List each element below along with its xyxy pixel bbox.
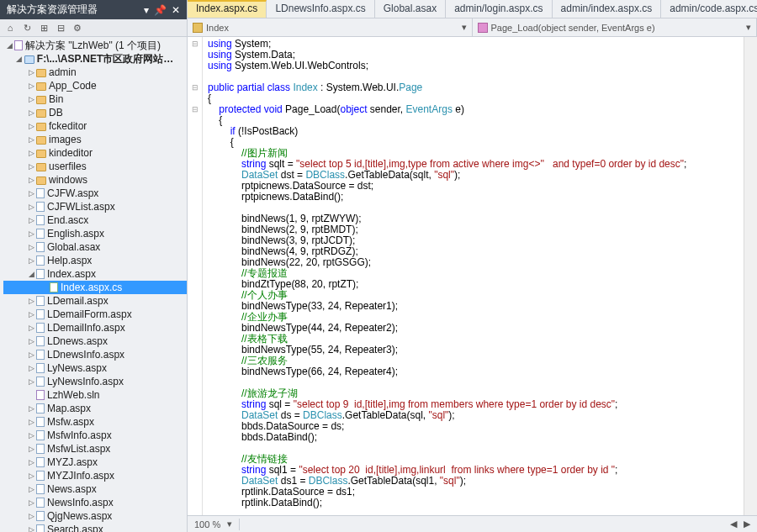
tree-item[interactable]: ▷Msfw.aspx <box>3 415 187 429</box>
code-content[interactable]: using System; using System.Data; using S… <box>203 37 744 515</box>
tree-item[interactable]: ▷fckeditor <box>3 119 187 133</box>
document-tab[interactable]: admin/index.aspx.cs <box>553 0 662 18</box>
document-tab[interactable]: LDnewsInfo.aspx.cs <box>267 0 374 18</box>
expander-icon[interactable]: ▷ <box>27 525 35 532</box>
tree-item[interactable]: ▷Global.asax <box>3 240 187 254</box>
refresh-icon[interactable]: ↻ <box>20 21 34 34</box>
expander-icon[interactable]: ▷ <box>27 256 35 265</box>
expander-icon[interactable]: ▷ <box>27 122 35 130</box>
expander-icon[interactable]: ▷ <box>27 189 35 198</box>
show-all-icon[interactable]: ⊞ <box>37 21 50 34</box>
tree-item[interactable]: ▷CJFW.aspx <box>3 187 187 200</box>
tree-item[interactable]: ▷CJFWList.aspx <box>3 200 187 213</box>
expander-icon[interactable]: ▷ <box>27 216 35 224</box>
tree-label: DB <box>49 107 63 119</box>
tree-item[interactable]: LzhWeb.sln <box>3 388 187 402</box>
expander-icon[interactable]: ▷ <box>27 364 35 372</box>
document-tab[interactable]: Global.asax <box>375 0 446 18</box>
document-tab[interactable]: admin/code.aspx.cs <box>661 0 757 18</box>
tree-item[interactable]: ▷LyNews.aspx <box>3 361 187 375</box>
expander-icon[interactable]: ▷ <box>27 68 35 76</box>
tree-item[interactable]: ▷userfiles <box>3 160 187 173</box>
tree-item[interactable]: ▷admin <box>3 66 187 79</box>
tree-item[interactable]: Index.aspx.cs <box>3 281 187 294</box>
expander-icon[interactable]: ▷ <box>27 445 35 453</box>
pin-icon[interactable]: 📌 <box>154 4 167 16</box>
zoom-level[interactable]: 100 % <box>194 519 220 529</box>
close-icon[interactable]: ✕ <box>172 4 180 16</box>
expander-icon[interactable]: ▷ <box>27 229 35 238</box>
expander-icon[interactable]: ▷ <box>27 135 35 144</box>
expander-icon[interactable]: ◢ <box>15 55 24 63</box>
tree-item[interactable]: ▷windows <box>3 173 187 187</box>
tree-item[interactable]: ◢Index.aspx <box>3 267 187 281</box>
tree-item[interactable]: ▷English.aspx <box>3 227 187 240</box>
tree-item[interactable]: ▷Bin <box>3 92 187 106</box>
solution-root[interactable]: ◢ 解决方案 "LzhWeb" (1 个项目) <box>3 39 187 52</box>
tree-item[interactable]: ▷News.aspx <box>3 482 187 496</box>
type-dropdown[interactable]: Index ▾ <box>188 18 473 36</box>
expander-icon[interactable]: ▷ <box>27 337 35 345</box>
document-tabs: Index.aspx.csLDnewsInfo.aspx.csGlobal.as… <box>188 0 757 18</box>
expander-icon[interactable]: ▷ <box>27 418 35 426</box>
expander-icon[interactable]: ▷ <box>27 82 35 90</box>
tree-item[interactable]: ▷Search.aspx <box>3 523 187 532</box>
project-root[interactable]: ◢ F:\...\ASP.NET市区政府网站源码\ <box>3 52 187 66</box>
dropdown-icon[interactable]: ▾ <box>144 4 149 16</box>
tree-item[interactable]: ▷Map.aspx <box>3 402 187 415</box>
tree-item[interactable]: ▷LyNewsInfo.aspx <box>3 375 187 388</box>
tree-item[interactable]: ▷LDemailForm.aspx <box>3 308 187 321</box>
tree-item[interactable]: ▷kindeditor <box>3 146 187 160</box>
expander-icon[interactable]: ▷ <box>27 243 35 251</box>
chevron-down-icon[interactable]: ▾ <box>227 519 232 529</box>
expander-icon[interactable]: ▷ <box>27 162 35 171</box>
code-editor[interactable]: ⊟⊟⊟ using System; using System.Data; usi… <box>188 37 757 515</box>
expander-icon[interactable]: ▷ <box>27 498 35 507</box>
tree-item[interactable]: ▷App_Code <box>3 79 187 92</box>
tree-item[interactable]: ▷MYZJInfo.aspx <box>3 469 187 482</box>
expander-icon[interactable]: ▷ <box>27 95 35 103</box>
tree-item[interactable]: ▷QjgNews.aspx <box>3 509 187 523</box>
expander-icon[interactable]: ◢ <box>5 41 13 50</box>
outline-gutter[interactable]: ⊟⊟⊟ <box>188 37 203 515</box>
tree-item[interactable]: ▷LDnewsInfo.aspx <box>3 348 187 361</box>
tree-item[interactable]: ▷MYZJ.aspx <box>3 456 187 469</box>
expander-icon[interactable]: ▷ <box>27 297 35 305</box>
tree-label: English.aspx <box>47 228 104 240</box>
tree-item[interactable]: ▷MsfwList.aspx <box>3 442 187 456</box>
tree-item[interactable]: ▷NewsInfo.aspx <box>3 496 187 509</box>
collapse-icon[interactable]: ⊟ <box>54 21 67 34</box>
expander-icon[interactable]: ▷ <box>27 108 35 117</box>
expander-icon[interactable]: ◢ <box>27 270 35 278</box>
scroll-right-icon[interactable]: ▶ <box>744 519 750 529</box>
expander-icon[interactable]: ▷ <box>27 324 35 332</box>
scroll-left-icon[interactable]: ◀ <box>730 519 737 529</box>
expander-icon[interactable]: ▷ <box>27 203 35 211</box>
tree-item[interactable]: ▷End.ascx <box>3 213 187 227</box>
expander-icon[interactable]: ▷ <box>27 485 35 493</box>
member-dropdown[interactable]: Page_Load(object sender, EventArgs e) ▾ <box>473 18 758 36</box>
expander-icon[interactable]: ▷ <box>27 377 35 386</box>
expander-icon[interactable]: ▷ <box>27 176 35 184</box>
tree-item[interactable]: ▷LDemailInfo.aspx <box>3 321 187 334</box>
expander-icon[interactable]: ▷ <box>27 149 35 157</box>
expander-icon[interactable]: ▷ <box>27 404 35 413</box>
tree-item[interactable]: ▷LDnews.aspx <box>3 334 187 348</box>
expander-icon[interactable]: ▷ <box>27 458 35 466</box>
tree-item[interactable]: ▷Help.aspx <box>3 254 187 267</box>
expander-icon[interactable]: ▷ <box>27 512 35 520</box>
vertical-scrollbar[interactable] <box>744 37 757 515</box>
expander-icon[interactable]: ▷ <box>27 431 35 440</box>
tree-item[interactable]: ▷images <box>3 133 187 146</box>
tree-item[interactable]: ▷LDemail.aspx <box>3 294 187 308</box>
home-icon[interactable]: ⌂ <box>3 21 17 34</box>
document-tab[interactable]: Index.aspx.cs <box>188 0 267 18</box>
properties-icon[interactable]: ⚙ <box>71 21 84 34</box>
expander-icon[interactable]: ▷ <box>27 310 35 319</box>
solution-tree[interactable]: ◢ 解决方案 "LzhWeb" (1 个项目) ◢ F:\...\ASP.NET… <box>0 37 187 532</box>
tree-item[interactable]: ▷MsfwInfo.aspx <box>3 429 187 442</box>
document-tab[interactable]: admin/login.aspx.cs <box>446 0 552 18</box>
expander-icon[interactable]: ▷ <box>27 471 35 480</box>
tree-item[interactable]: ▷DB <box>3 106 187 119</box>
expander-icon[interactable]: ▷ <box>27 350 35 359</box>
